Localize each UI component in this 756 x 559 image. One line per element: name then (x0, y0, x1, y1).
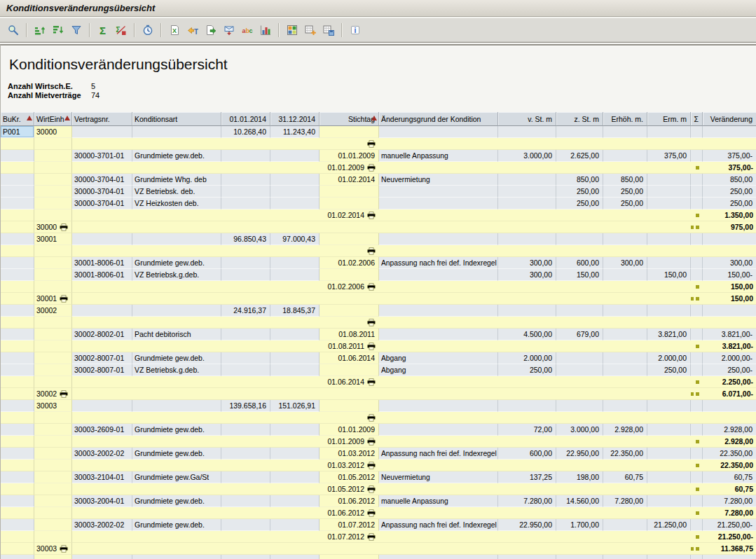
cell-ver[interactable] (703, 305, 756, 317)
cell-ver[interactable]: 2.250,00- (703, 376, 756, 388)
cell-ver[interactable] (703, 412, 756, 424)
cell-c14a[interactable] (221, 388, 270, 400)
cell-art[interactable] (132, 340, 221, 352)
cell-erm[interactable] (647, 126, 691, 138)
cell-we[interactable] (34, 281, 72, 293)
cell-erm[interactable] (647, 198, 691, 209)
cell-erh[interactable] (603, 555, 647, 559)
cell-erm[interactable] (647, 555, 691, 559)
cell-c14b[interactable]: 97.000,43 (270, 233, 319, 245)
cell-sigma[interactable] (691, 364, 703, 376)
table-row-head[interactable]: 3000196.850,4397.000,43 (1, 233, 756, 245)
cell-vnr[interactable]: 30003-2609-01 (72, 424, 132, 436)
cell-erh[interactable] (603, 305, 647, 317)
cell-erh[interactable] (603, 138, 647, 150)
cell-zstm[interactable] (556, 233, 603, 245)
cell-erm[interactable]: 375,00 (647, 150, 691, 162)
cell-grund[interactable] (379, 186, 498, 198)
cell-vstm[interactable] (498, 376, 556, 388)
cell-art[interactable]: Grundmiete gew.deb. (132, 448, 221, 460)
cell-st[interactable] (319, 233, 379, 245)
cell-st[interactable] (319, 245, 379, 257)
cell-art[interactable] (132, 507, 221, 519)
cell-zstm[interactable]: 250,00 (556, 198, 603, 209)
cell-bukr[interactable] (1, 436, 34, 448)
cell-st[interactable] (319, 126, 379, 138)
cell-bukr[interactable] (1, 460, 34, 471)
col-header-erh[interactable]: Erhöh. m. (603, 112, 647, 126)
cell-zstm[interactable]: 198,00 (556, 471, 603, 483)
cell-c14b[interactable] (270, 376, 319, 388)
cell-art[interactable] (132, 388, 221, 400)
cell-vstm[interactable] (498, 507, 556, 519)
cell-st[interactable]: 01.07.2012 (319, 531, 379, 543)
cell-vstm[interactable] (498, 412, 556, 424)
cell-st[interactable]: 01.03.2012 (319, 460, 379, 471)
cell-erh[interactable] (603, 400, 647, 412)
cell-st[interactable]: 01.01.2009 (319, 436, 379, 448)
abc-analysis-icon[interactable]: abc (239, 22, 256, 39)
cell-erh[interactable] (603, 388, 647, 400)
sort-descending-icon[interactable] (50, 22, 67, 39)
cell-bukr[interactable] (1, 495, 34, 507)
cell-st[interactable]: 01.08.2011 (319, 340, 379, 352)
cell-sigma[interactable] (691, 198, 703, 209)
cell-st[interactable]: 01.06.2012 (319, 507, 379, 519)
cell-we[interactable] (34, 186, 72, 198)
cell-zstm[interactable] (556, 138, 603, 150)
cell-grund[interactable]: Anpassung nach frei def. Indexregel (379, 257, 498, 269)
cell-erm[interactable] (647, 436, 691, 448)
cell-erh[interactable] (603, 483, 647, 495)
table-row-data[interactable]: 30002-8007-01VZ Betriebsk.g.deb.Abgang25… (1, 364, 756, 376)
cell-c14a[interactable] (221, 293, 270, 305)
cell-vstm[interactable] (498, 126, 556, 138)
cell-erm[interactable] (647, 460, 691, 471)
cell-sigma[interactable] (691, 340, 703, 352)
cell-vnr[interactable] (72, 388, 132, 400)
cell-c14a[interactable] (221, 174, 270, 186)
cell-ver[interactable] (703, 126, 756, 138)
cell-c14b[interactable] (270, 364, 319, 376)
cell-vstm[interactable]: 3.000,00 (498, 150, 556, 162)
cell-erh[interactable]: 250,00 (603, 198, 647, 209)
cell-erm[interactable] (647, 221, 691, 233)
cell-zstm[interactable] (556, 376, 603, 388)
cell-vnr[interactable] (72, 400, 132, 412)
table-row-stub[interactable] (1, 555, 756, 559)
cell-st[interactable]: 01.05.2012 (319, 471, 379, 483)
cell-c14a[interactable] (221, 555, 270, 559)
cell-zstm[interactable] (556, 460, 603, 471)
cell-grund[interactable] (379, 233, 498, 245)
sum-icon[interactable]: Σ (95, 22, 111, 39)
cell-art[interactable]: Grundmiete gew.deb. (132, 495, 221, 507)
cell-sigma[interactable] (691, 317, 703, 329)
cell-c14a[interactable] (221, 543, 270, 555)
cell-bukr[interactable] (1, 543, 34, 555)
cell-st[interactable] (319, 400, 379, 412)
cell-zstm[interactable] (556, 340, 603, 352)
cell-c14a[interactable] (221, 150, 270, 162)
cell-c14b[interactable] (270, 471, 319, 483)
cell-bukr[interactable] (1, 293, 34, 305)
cell-ver[interactable] (703, 555, 756, 559)
cell-vstm[interactable]: 600,00 (498, 448, 556, 460)
cell-we[interactable] (34, 209, 72, 221)
send-icon[interactable] (221, 22, 238, 39)
cell-c14a[interactable] (221, 269, 270, 281)
cell-erh[interactable] (603, 543, 647, 555)
cell-vstm[interactable] (498, 543, 556, 555)
cell-sigma[interactable] (691, 269, 703, 281)
cell-art[interactable] (132, 376, 221, 388)
table-row-sum1[interactable]: 01.02.20141.350,00 (1, 209, 756, 221)
cell-erm[interactable] (647, 209, 691, 221)
cell-st[interactable] (319, 138, 379, 150)
cell-erh[interactable]: 850,00 (603, 174, 647, 186)
cell-sigma[interactable] (691, 424, 703, 436)
cell-zstm[interactable] (556, 209, 603, 221)
cell-erh[interactable] (603, 126, 647, 138)
cell-erm[interactable]: 250,00 (647, 364, 691, 376)
cell-zstm[interactable] (556, 483, 603, 495)
cell-erh[interactable] (603, 364, 647, 376)
cell-sigma[interactable] (691, 412, 703, 424)
cell-we[interactable] (34, 376, 72, 388)
